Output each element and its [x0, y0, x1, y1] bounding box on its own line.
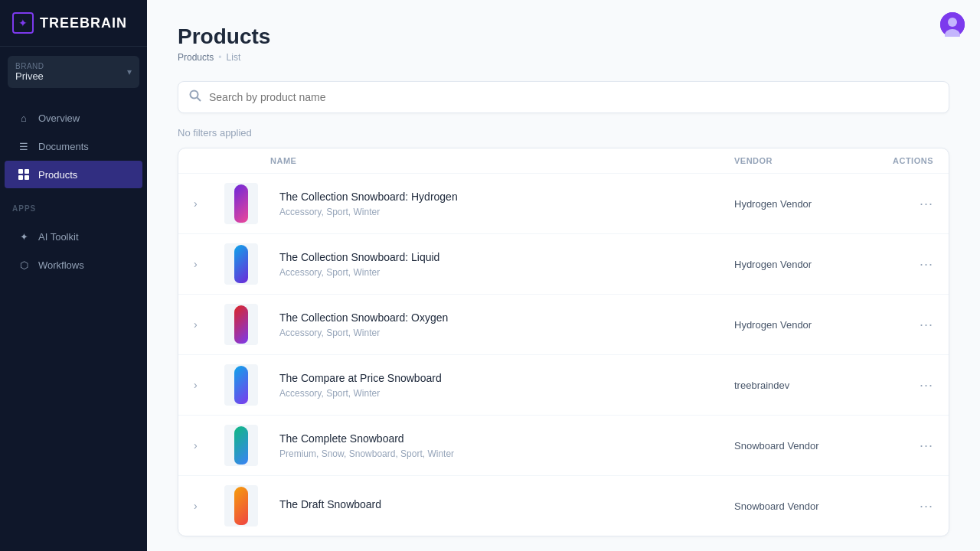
product-tags-2: Accessory, Sport, Winter — [279, 267, 734, 278]
breadcrumb-separator: • — [218, 52, 221, 63]
sidebar-item-overview-label: Overview — [38, 112, 80, 124]
svg-rect-1 — [24, 169, 29, 174]
row-expand-1[interactable]: › — [194, 197, 224, 210]
product-tags-4: Accessory, Sport, Winter — [279, 388, 734, 399]
col-header-vendor: VENDOR — [734, 156, 887, 165]
vendor-name-2: Hydrogen Vendor — [734, 259, 887, 270]
row-expand-6[interactable]: › — [194, 500, 224, 512]
sidebar-apps-nav: ✦ AI Toolkit ⬡ Workflows — [0, 216, 147, 285]
brand-name: Privee — [15, 70, 44, 82]
vendor-name-3: Hydrogen Vendor — [734, 319, 887, 331]
sidebar-logo: ✦ TREEBRAIN — [0, 0, 147, 47]
sidebar-item-products[interactable]: Products — [5, 161, 142, 188]
documents-icon: ☰ — [17, 139, 31, 153]
sidebar-item-documents-label: Documents — [38, 141, 89, 152]
row-actions-1[interactable]: ··· — [887, 196, 933, 212]
row-actions-5[interactable]: ··· — [887, 438, 933, 454]
avatar[interactable] — [940, 12, 965, 37]
product-name-6: The Draft Snowboard — [279, 497, 734, 511]
row-actions-4[interactable]: ··· — [887, 377, 933, 393]
breadcrumb: Products • List — [178, 52, 949, 63]
col-header-name: NAME — [270, 156, 734, 165]
sidebar-item-ai-toolkit-label: AI Toolkit — [38, 231, 79, 243]
table-header: NAME VENDOR ACTIONS — [178, 148, 949, 174]
table-row: › The Draft Snowboard Snowboard Vendor ·… — [178, 476, 949, 536]
product-name-2: The Collection Snowboard: Liquid — [279, 250, 734, 264]
product-thumb-4 — [224, 364, 258, 406]
workflows-icon: ⬡ — [17, 258, 31, 272]
products-icon — [17, 168, 31, 181]
sidebar: ✦ TREEBRAIN Brand Privee ▾ ⌂ Overview ☰ … — [0, 0, 147, 551]
table-row: › The Compare at Price Snowboard Accesso… — [178, 355, 949, 416]
user-avatar-area — [940, 12, 965, 37]
home-icon: ⌂ — [17, 111, 31, 125]
svg-point-5 — [948, 18, 957, 27]
row-actions-3[interactable]: ··· — [887, 317, 933, 333]
vendor-name-5: Snowboard Vendor — [734, 440, 887, 452]
vendor-name-4: treebraindev — [734, 380, 887, 391]
brand-chevron-icon: ▾ — [127, 67, 132, 77]
product-thumb-6 — [224, 485, 258, 527]
product-table: NAME VENDOR ACTIONS › The Collection Sno… — [178, 148, 949, 536]
search-bar — [178, 81, 949, 113]
product-name-4: The Compare at Price Snowboard — [279, 371, 734, 385]
row-expand-5[interactable]: › — [194, 439, 224, 452]
sidebar-item-ai-toolkit[interactable]: ✦ AI Toolkit — [5, 223, 142, 250]
svg-rect-3 — [24, 175, 29, 180]
table-row: › The Collection Snowboard: Hydrogen Acc… — [178, 174, 949, 234]
filter-status: No filters applied — [178, 127, 252, 139]
breadcrumb-list: List — [227, 52, 241, 63]
svg-line-8 — [198, 98, 201, 102]
svg-rect-2 — [18, 175, 23, 180]
product-info-5: The Complete Snowboard Premium, Snow, Sn… — [270, 432, 734, 458]
svg-point-7 — [191, 91, 198, 99]
product-thumb-3 — [224, 304, 258, 345]
sidebar-item-workflows[interactable]: ⬡ Workflows — [5, 251, 142, 279]
row-actions-2[interactable]: ··· — [887, 256, 933, 272]
row-expand-3[interactable]: › — [194, 318, 224, 331]
product-thumb-2 — [224, 243, 258, 285]
table-row: › The Collection Snowboard: Oxygen Acces… — [178, 295, 949, 355]
row-expand-2[interactable]: › — [194, 258, 224, 270]
product-thumb-1 — [224, 183, 258, 224]
vendor-name-1: Hydrogen Vendor — [734, 198, 887, 210]
product-tags-1: Accessory, Sport, Winter — [279, 207, 734, 217]
sidebar-main-nav: ⌂ Overview ☰ Documents Products — [0, 97, 147, 195]
product-name-3: The Collection Snowboard: Oxygen — [279, 311, 734, 324]
sidebar-item-documents[interactable]: ☰ Documents — [5, 132, 142, 160]
col-header-actions: ACTIONS — [887, 156, 933, 165]
product-info-3: The Collection Snowboard: Oxygen Accesso… — [270, 311, 734, 337]
main-content: Products Products • List No filters appl… — [147, 0, 980, 551]
svg-rect-0 — [18, 169, 23, 174]
product-info-4: The Compare at Price Snowboard Accessory… — [270, 371, 734, 398]
row-expand-4[interactable]: › — [194, 379, 224, 391]
product-thumb-5 — [224, 425, 258, 466]
brand-selector[interactable]: Brand Privee ▾ — [8, 56, 139, 88]
logo-icon: ✦ — [12, 12, 34, 34]
vendor-name-6: Snowboard Vendor — [734, 500, 887, 512]
ai-toolkit-icon: ✦ — [17, 230, 31, 243]
sidebar-item-workflows-label: Workflows — [38, 259, 84, 271]
table-row: › The Complete Snowboard Premium, Snow, … — [178, 416, 949, 476]
apps-section-label: APPS — [0, 195, 147, 216]
product-name-5: The Complete Snowboard — [279, 432, 734, 445]
page-title: Products — [178, 24, 949, 49]
table-row: › The Collection Snowboard: Liquid Acces… — [178, 234, 949, 295]
breadcrumb-products[interactable]: Products — [178, 52, 214, 63]
search-icon — [189, 90, 201, 105]
product-tags-5: Premium, Snow, Snowboard, Sport, Winter — [279, 448, 734, 459]
sidebar-item-products-label: Products — [38, 169, 77, 181]
product-info-6: The Draft Snowboard — [270, 497, 734, 514]
sidebar-item-overview[interactable]: ⌂ Overview — [5, 104, 142, 132]
logo-text: TREEBRAIN — [40, 15, 127, 31]
search-input[interactable] — [209, 91, 938, 103]
row-actions-6[interactable]: ··· — [887, 498, 933, 514]
product-info-1: The Collection Snowboard: Hydrogen Acces… — [270, 190, 734, 217]
product-info-2: The Collection Snowboard: Liquid Accesso… — [270, 250, 734, 277]
filter-bar: No filters applied — [178, 121, 949, 142]
product-tags-3: Accessory, Sport, Winter — [279, 328, 734, 338]
brand-label: Brand — [15, 62, 44, 70]
product-name-1: The Collection Snowboard: Hydrogen — [279, 190, 734, 204]
